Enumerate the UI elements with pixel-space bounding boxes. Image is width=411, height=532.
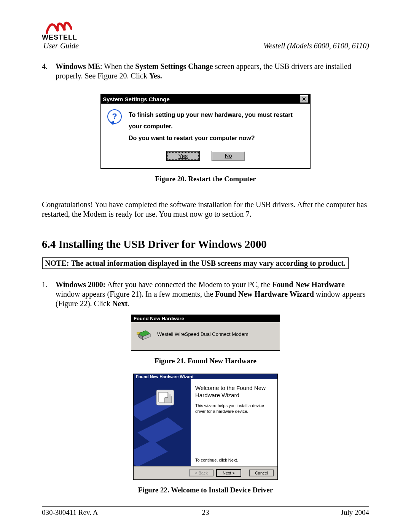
models-label: Westell (Models 6000, 6100, 6110) <box>263 42 369 50</box>
step-1-number: 1. <box>42 280 48 289</box>
figure-20-caption: Figure 20. Restart the Computer <box>42 175 369 183</box>
dialog-title-text: System Settings Change <box>103 96 170 102</box>
system-settings-change-dialog: System Settings Change ✕ ? To finish set… <box>100 94 311 169</box>
dialog3-title: Found New Hardware Wizard <box>134 374 277 379</box>
next-button[interactable]: Next > <box>217 470 241 476</box>
user-guide-label: User Guide <box>43 42 79 50</box>
step-1: 1. Windows 2000: After you have connecte… <box>42 280 369 308</box>
step-4-number: 4. <box>42 62 48 71</box>
question-icon: ? <box>107 109 123 125</box>
figure-22-caption: Figure 22. Welcome to Install Device Dri… <box>42 486 369 494</box>
page-header: WESTELL User Guide Westell (Models 6000,… <box>42 19 369 50</box>
figure-21-caption: Figure 21. Found New Hardware <box>42 357 369 365</box>
no-button[interactable]: No <box>212 151 245 161</box>
wizard-description: This wizard helps you install a device d… <box>195 403 271 414</box>
step-4-os: Windows ME <box>56 62 100 70</box>
logo-swoosh-icon <box>46 19 72 34</box>
close-icon[interactable]: ✕ <box>300 95 308 103</box>
wizard-welcome-heading: Welcome to the Found New Hardware Wizard <box>195 385 271 399</box>
note-box: NOTE: The actual information displayed i… <box>42 257 349 269</box>
logo-text: WESTELL <box>42 34 77 42</box>
dialog2-title: Found New Hardware <box>131 315 280 322</box>
step-1-os: Windows 2000: <box>56 280 105 289</box>
found-new-hardware-wizard-dialog: Found New Hardware Wizard <box>133 374 278 480</box>
hardware-icon <box>137 327 152 341</box>
section-6-4-heading: 6.4 Installing the USB Driver for Window… <box>42 238 369 251</box>
dialog-message: To finish setting up your new hardware, … <box>129 109 304 144</box>
page-footer: 030-300411 Rev. A 23 July 2004 <box>42 506 369 517</box>
yes-button[interactable]: Yes <box>166 151 200 161</box>
cancel-button[interactable]: Cancel <box>249 470 274 476</box>
found-new-hardware-dialog: Found New Hardware Westell WireSpeed Dua… <box>131 315 280 351</box>
back-button[interactable]: < Back <box>189 470 213 476</box>
wizard-continue-text: To continue, click Next. <box>195 458 271 462</box>
dialog-titlebar: System Settings Change ✕ <box>101 94 310 104</box>
wizard-sidebar-graphic <box>134 379 191 466</box>
congrats-paragraph: Congratulations! You have completed the … <box>42 200 369 219</box>
step-4: 4. Windows ME: When the System Settings … <box>42 62 369 81</box>
footer-page-number: 23 <box>42 508 369 517</box>
dialog2-text: Westell WireSpeed Dual Connect Modem <box>157 331 249 337</box>
westell-logo: WESTELL <box>42 19 76 42</box>
